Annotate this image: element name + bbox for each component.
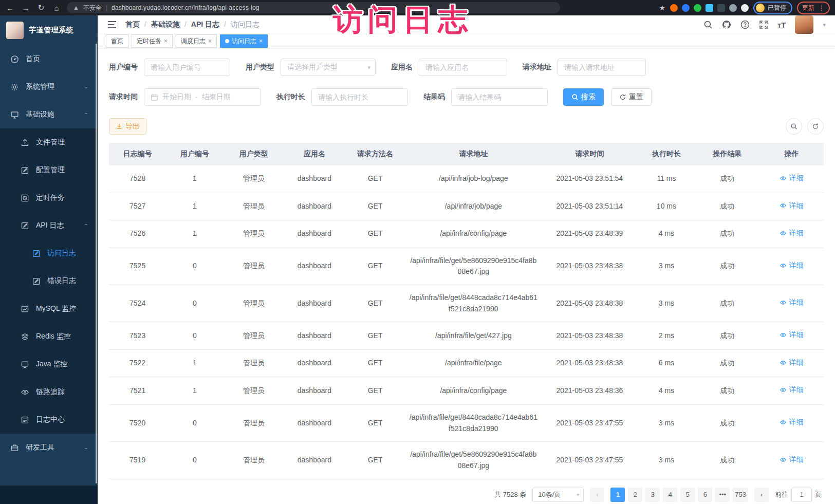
request-time-range-picker[interactable]: 开始日期 - 结束日期 (144, 88, 261, 106)
app-name-label: 应用名 (391, 63, 413, 72)
page-button-1[interactable]: 1 (610, 488, 625, 502)
page-button-3[interactable]: 3 (645, 488, 660, 502)
user-id-input[interactable] (144, 59, 230, 76)
sidebar-item-首页[interactable]: 首页 (0, 45, 98, 73)
sidebar-item-研发工具[interactable]: 研发工具⌄ (0, 434, 98, 461)
detail-link[interactable]: 详细 (780, 384, 803, 396)
sidebar-item-定时任务[interactable]: 定时任务 (0, 184, 98, 212)
sidebar-item-API-日志[interactable]: API 日志⌃ (0, 212, 98, 239)
font-size-icon[interactable]: тT (777, 21, 786, 29)
bookmark-star-icon[interactable]: ★ (659, 4, 665, 12)
sidebar-item-日志中心[interactable]: 日志中心 (0, 406, 98, 434)
avatar-caret-down-icon[interactable]: ▾ (823, 22, 826, 28)
toggle-search-button[interactable] (786, 118, 802, 135)
more-pages-button[interactable]: ••• (715, 488, 730, 502)
sidebar-item-系统管理[interactable]: 系统管理⌄ (0, 73, 98, 101)
sidebar-item-错误日志[interactable]: 错误日志 (0, 267, 98, 295)
eye-icon (780, 331, 787, 339)
browser-forward-icon[interactable]: → (21, 4, 31, 12)
extension-orange-icon[interactable] (670, 4, 678, 12)
search-button[interactable]: 搜索 (563, 88, 604, 106)
cell-user_id: 1 (166, 377, 223, 405)
extension-dark-icon[interactable] (717, 4, 725, 12)
browser-menu-icon[interactable]: ⋮ (818, 4, 825, 12)
sidebar-item-Redis-监控[interactable]: Redis 监控 (0, 323, 98, 350)
page-button-6[interactable]: 6 (698, 488, 712, 502)
help-icon[interactable] (740, 20, 750, 29)
sidebar-item-基础设施[interactable]: 基础设施⌃ (0, 101, 98, 128)
user-avatar[interactable] (795, 15, 813, 34)
cell-method: GET (345, 442, 405, 479)
detail-link[interactable]: 详细 (780, 297, 803, 308)
detail-link[interactable]: 详细 (780, 357, 803, 368)
sidebar-item-配置管理[interactable]: 配置管理 (0, 156, 98, 184)
page-content: 用户编号 用户类型 请选择用户类型 ▾ 应用名 请求地址 (98, 48, 835, 504)
detail-link[interactable]: 详细 (780, 200, 803, 212)
result-code-input[interactable] (451, 88, 548, 106)
eye-icon (780, 419, 787, 426)
user-type-select[interactable]: 请选择用户类型 ▾ (281, 59, 376, 76)
cell-app: dashboard (284, 377, 345, 405)
sidebar-item-label: 研发工具 (26, 443, 54, 452)
breadcrumb-item[interactable]: 首页 (125, 20, 140, 28)
tab-调度日志[interactable]: 调度日志× (176, 34, 217, 48)
close-icon[interactable]: × (208, 38, 212, 45)
detail-link-label: 详细 (789, 454, 803, 465)
extension-person-icon[interactable] (729, 4, 737, 12)
hamburger-icon[interactable] (107, 20, 117, 30)
breadcrumb-item[interactable]: 基础设施 (151, 20, 180, 28)
fullscreen-icon[interactable] (759, 20, 768, 29)
detail-link[interactable]: 详细 (780, 260, 803, 271)
cell-app: dashboard (284, 322, 345, 350)
detail-link[interactable]: 详细 (780, 417, 803, 428)
duration-input[interactable] (311, 88, 408, 106)
export-button[interactable]: 导出 (109, 118, 146, 135)
detail-link[interactable]: 详细 (780, 173, 803, 184)
prev-page-button[interactable]: ‹ (590, 488, 604, 502)
tab-首页[interactable]: 首页 (106, 34, 128, 48)
sidebar-item-文件管理[interactable]: 文件管理 (0, 128, 98, 156)
goto-page-input[interactable] (791, 488, 812, 502)
filter-row-2: 请求时间 开始日期 - 结束日期 执行时长 结果码 (109, 88, 824, 106)
detail-link-label: 详细 (789, 384, 803, 396)
extension-grid-icon[interactable] (706, 4, 713, 12)
browser-update-button[interactable]: 更新 ⋮ (797, 2, 830, 14)
app-logo-row[interactable]: 芋道管理系统 (0, 15, 98, 45)
page-button-753[interactable]: 753 (733, 488, 748, 502)
address-bar[interactable]: ▲ 不安全 | dashboard.yudao.iocoder.cn/infra… (67, 2, 560, 13)
breadcrumb-item[interactable]: API 日志 (191, 20, 219, 28)
browser-reload-icon[interactable]: ↻ (36, 3, 46, 12)
search-icon[interactable] (703, 20, 713, 29)
detail-link[interactable]: 详细 (780, 454, 803, 465)
tab-定时任务[interactable]: 定时任务× (132, 34, 173, 48)
close-icon[interactable]: × (164, 38, 168, 45)
page-button-2[interactable]: 2 (628, 488, 642, 502)
detail-link[interactable]: 详细 (780, 329, 803, 341)
eye-icon (780, 202, 787, 209)
request-time-label: 请求时间 (109, 92, 138, 102)
page-size-value: 10条/页 (538, 490, 561, 499)
github-icon[interactable] (722, 20, 731, 29)
next-page-button[interactable]: › (754, 488, 769, 502)
extension-shield-icon[interactable] (682, 4, 690, 12)
page-size-select[interactable]: 10条/页 ▾ (532, 488, 584, 502)
close-icon[interactable]: × (259, 38, 263, 45)
page-button-5[interactable]: 5 (680, 488, 695, 502)
app-name-input[interactable] (419, 59, 507, 76)
page-button-4[interactable]: 4 (663, 488, 677, 502)
profile-badge[interactable]: 已暂停 (753, 2, 792, 14)
sidebar-item-链路追踪[interactable]: 链路追踪 (0, 378, 98, 406)
detail-link[interactable]: 详细 (780, 228, 803, 239)
request-url-input[interactable] (558, 59, 646, 76)
refresh-table-button[interactable] (807, 118, 824, 135)
sidebar-item-Java-监控[interactable]: Java 监控 (0, 350, 98, 378)
access-log-icon (32, 249, 41, 258)
extension-green-icon[interactable] (694, 4, 701, 12)
reset-button[interactable]: 重置 (611, 88, 652, 106)
browser-home-icon[interactable]: ⌂ (51, 4, 62, 12)
sidebar-item-访问日志[interactable]: 访问日志 (0, 239, 98, 267)
extension-pinwheel-icon[interactable] (741, 4, 749, 12)
browser-back-icon[interactable]: ← (5, 4, 15, 12)
tab-访问日志[interactable]: 访问日志× (220, 34, 268, 48)
sidebar-item-MySQL-监控[interactable]: MySQL 监控 (0, 295, 98, 323)
